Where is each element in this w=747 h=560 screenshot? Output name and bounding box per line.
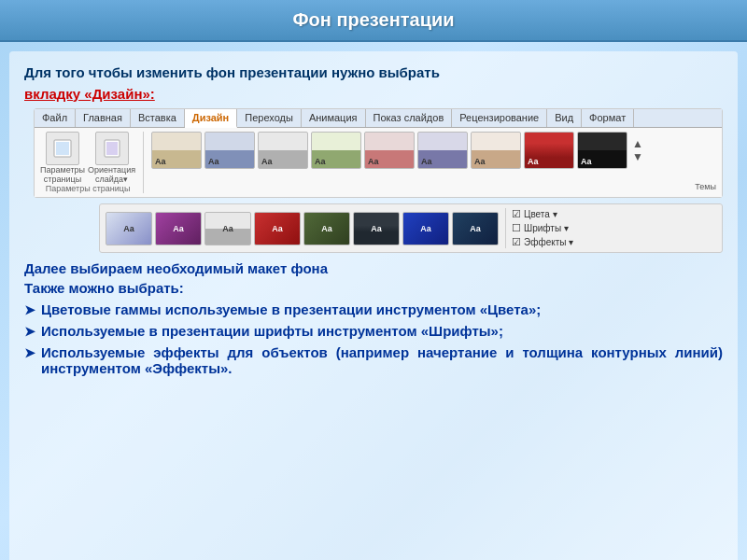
page-title: Фон презентации [0,9,747,31]
theme-7[interactable]: Aa [471,132,521,169]
theme-2[interactable]: Aa [204,132,255,169]
theme-4[interactable]: Aa [311,132,361,169]
tab-transitions[interactable]: Переходы [237,109,302,127]
page-params-button[interactable] [46,132,79,165]
tab-view[interactable]: Вид [547,109,582,127]
bullet-arrow-3: ➤ [24,345,35,360]
tab-format[interactable]: Формат [582,109,634,127]
orientation-label: Ориентацияслайда▾ [88,165,135,184]
bullet-text-3: Используемые эффекты для объектов (напри… [41,344,723,376]
title-bar: Фон презентации [0,0,747,42]
colors-checkbox: ☑ [512,208,521,220]
theme-ex-7[interactable]: Aa [402,212,449,245]
theme-9[interactable]: Aa [577,132,627,169]
themes-grid: Aa Aa Aa Aa Aa Aa Aa Aa Aa ▲▼ [151,132,691,169]
theme-8[interactable]: Aa [524,132,574,169]
effects-menu-item[interactable]: ☑ Эффекты ▾ [512,236,573,248]
svg-rect-3 [106,142,118,155]
intro-part1: Для того чтобы изменить фон презентации … [24,64,440,80]
theme-ex-1[interactable]: Aa [106,212,152,245]
step2-label: Также можно выбрать: [24,280,723,296]
theme-ex-5[interactable]: Aa [303,212,350,245]
slide-orientation-button[interactable] [95,132,129,165]
tab-file[interactable]: Файл [35,109,76,127]
bullet-item-2: ➤ Используемые в презентации шрифты инст… [24,323,723,339]
theme-5[interactable]: Aa [364,132,415,169]
tab-animation[interactable]: Анимация [302,109,366,127]
fonts-menu-item[interactable]: ☐ Шрифты ▾ [512,222,573,234]
svg-rect-1 [56,142,69,155]
tab-design[interactable]: Дизайн [185,109,237,128]
themes-scroll-btn[interactable]: ▲▼ [632,137,643,163]
theme-6[interactable]: Aa [417,132,468,169]
ribbon-side-menu: ☑ Цвета ▾ ☐ Шрифты ▾ ☑ Эффекты ▾ [505,208,573,248]
bullet-text-1: Цветовые гаммы используемые в презентаци… [41,301,723,317]
page-params-label: Параметрыстраницы [40,165,85,184]
ribbon-group-page-params: Параметрыстраницы Ориентацияслайда▾ Пара… [40,132,144,193]
main-content: Для того чтобы изменить фон презентации … [9,51,738,560]
bullet-text-2: Используемые в презентации шрифты инстру… [41,323,723,339]
colors-menu-item[interactable]: ☑ Цвета ▾ [512,208,573,220]
themes-group-label: Темы [695,182,716,193]
ribbon-themes-expanded: Aa Aa Aa Aa Aa Aa Aa Aa ☑ Цвета ▾ ☐ Шриф… [99,203,723,253]
intro-highlight: вкладку «Дизайн»: [24,86,155,102]
orientation-icon [102,138,122,159]
ribbon-body: Параметрыстраницы Ориентацияслайда▾ Пара… [35,128,722,197]
bullet-arrow-2: ➤ [24,324,35,339]
ribbon-group: Параметрыстраницы [40,132,85,184]
bullet-arrow-1: ➤ [24,302,35,317]
page-params-icon [52,138,73,159]
intro-text: Для того чтобы изменить фон презентации … [24,63,723,105]
bullet-item-1: ➤ Цветовые гаммы используемые в презента… [24,301,723,317]
tab-slideshow[interactable]: Показ слайдов [366,109,453,127]
bullet-item-3: ➤ Используемые эффекты для объектов (нап… [24,344,723,376]
ribbon-group2: Ориентацияслайда▾ [88,132,135,184]
tab-review[interactable]: Рецензирование [452,109,547,127]
tab-home[interactable]: Главная [76,109,131,127]
effects-checkbox: ☑ [512,236,521,248]
theme-1[interactable]: Aa [151,132,202,169]
ribbon-icon-row: Параметрыстраницы Ориентацияслайда▾ [40,132,135,184]
bullet-list: ➤ Цветовые гаммы используемые в презента… [24,301,723,376]
theme-ex-6[interactable]: Aa [353,212,400,245]
fonts-checkbox: ☐ [512,222,521,234]
page-params-group-label: Параметры страницы [40,184,135,193]
ribbon-main: Файл Главная Вставка Дизайн Переходы Ани… [34,108,723,198]
theme-ex-3[interactable]: Aa [204,212,251,245]
fonts-label: Шрифты ▾ [524,223,569,233]
step1-text: Далее выбираем необходимый макет фона [24,260,723,276]
colors-label: Цвета ▾ [524,209,557,219]
effects-label: Эффекты ▾ [524,237,573,247]
theme-3[interactable]: Aa [258,132,308,169]
themes-scroll: ▲▼ [630,137,643,163]
tab-insert[interactable]: Вставка [131,109,185,127]
theme-ex-2[interactable]: Aa [155,212,202,245]
theme-ex-4[interactable]: Aa [254,212,301,245]
theme-ex-8[interactable]: Aa [452,212,499,245]
ribbon-tab-list: Файл Главная Вставка Дизайн Переходы Ани… [35,109,722,128]
